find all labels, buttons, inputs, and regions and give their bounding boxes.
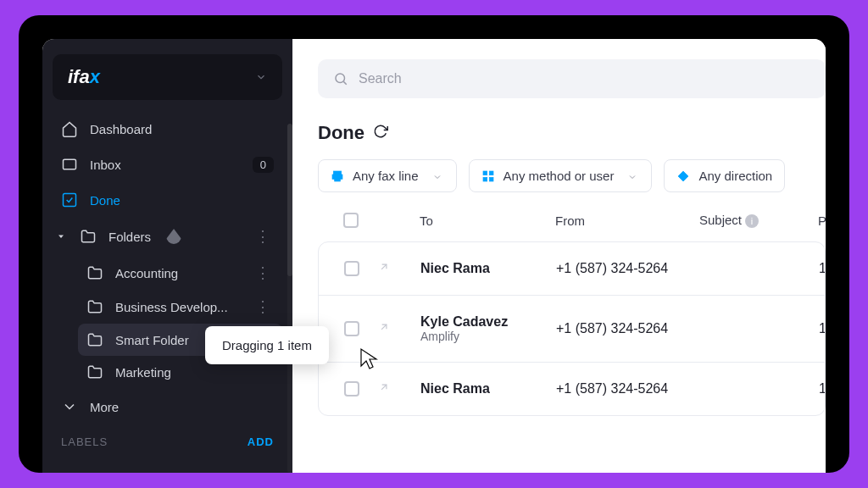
outbound-icon [378,321,420,336]
chevron-down-icon [627,170,639,182]
row-checkbox[interactable] [344,381,359,396]
folder-label: Marketing [115,365,171,380]
main-content: Search Done Any fax line Any method or u… [292,39,826,473]
select-all-checkbox[interactable] [343,213,359,228]
sidebar-item-label: Folders [108,230,151,244]
table-header: To From Subjecti Pages [318,213,826,241]
row-from: +1 (587) 324-5264 [556,381,700,396]
kebab-icon[interactable]: ⋮ [252,227,274,246]
table-row[interactable]: Niec Rama +1 (587) 324-5264 1 [319,362,825,415]
row-to-sub: Amplify [420,330,556,343]
home-icon [61,120,78,137]
sidebar-item-label: Done [90,193,120,208]
folder-label: Accounting [115,266,178,280]
refresh-button[interactable] [373,124,388,142]
svg-marker-2 [58,235,64,238]
col-pages: Pages [818,214,826,228]
check-icon [61,191,78,208]
table-row[interactable]: Niec Rama +1 (587) 324-5264 1 [319,242,825,295]
scrollbar[interactable] [287,124,292,473]
row-checkbox[interactable] [344,261,359,276]
svg-rect-5 [333,171,341,175]
svg-line-4 [343,81,346,84]
sidebar-item-label: More [90,400,119,414]
folder-icon [86,298,103,315]
filter-method[interactable]: Any method or user [469,159,653,192]
svg-line-15 [381,385,387,390]
row-checkbox[interactable] [344,321,359,336]
search-placeholder: Search [359,71,402,86]
sidebar-item-dashboard[interactable]: Dashboard [53,112,282,146]
sidebar-item-label: Inbox [90,158,121,172]
brand-logo: ifax [68,66,100,88]
search-input[interactable]: Search [318,59,826,98]
folder-label: Smart Folder [115,333,189,347]
row-to: Niec Rama [420,261,556,276]
col-from: From [555,214,699,228]
count-badge: 0 [253,157,274,173]
chevron-down-icon [432,170,444,182]
kebab-icon[interactable]: ⋮ [252,297,274,316]
filter-fax-line[interactable]: Any fax line [318,159,457,192]
drag-tooltip: Dragging 1 item [205,326,329,364]
row-pages: 1 [819,321,826,336]
filter-label: Any method or user [504,169,615,183]
folder-label: Business Develop... [115,300,228,314]
chevron-down-icon [255,71,267,83]
inbox-icon [61,156,78,173]
outbound-icon [378,261,420,276]
filter-label: Any direction [698,169,772,183]
labels-header: LABELS [61,435,108,448]
folder-item[interactable]: Accounting ⋮ [78,256,282,290]
page-title: Done [318,122,364,144]
svg-rect-8 [483,171,487,175]
cursor-icon [359,347,380,374]
row-pages: 1 [819,261,826,276]
info-icon: i [745,214,759,228]
col-subject: Subjecti [699,213,818,228]
folder-icon [86,331,103,348]
svg-rect-11 [489,177,493,181]
row-to: Kyle Cadavez [420,314,556,330]
sidebar: ifax Dashboard Inbox 0 Done Folders [42,39,292,473]
svg-rect-1 [64,194,76,207]
svg-marker-12 [678,171,688,181]
gdrive-icon [166,229,181,244]
table-row[interactable]: Kyle CadavezAmplify +1 (587) 324-5264 1 [319,295,825,362]
print-icon [331,169,344,183]
folder-icon [80,228,97,245]
svg-rect-0 [64,159,76,169]
svg-rect-7 [335,178,341,181]
col-to: To [420,214,555,228]
sidebar-item-more[interactable]: More [53,390,282,424]
row-pages: 1 [819,381,826,396]
workspace-switcher[interactable]: ifax [53,54,282,100]
folder-item[interactable]: Business Develop... ⋮ [78,290,282,324]
kebab-icon[interactable]: ⋮ [252,263,274,282]
grid-icon [481,169,495,183]
row-from: +1 (587) 324-5264 [556,261,700,276]
folder-icon [86,264,103,281]
row-from: +1 (587) 324-5264 [556,321,700,336]
search-icon [333,71,348,86]
chevron-down-icon [61,398,78,415]
sidebar-item-inbox[interactable]: Inbox 0 [53,147,282,181]
svg-point-3 [336,74,345,83]
svg-line-14 [381,324,387,330]
filter-direction[interactable]: Any direction [664,159,785,192]
row-to: Niec Rama [420,381,556,396]
sidebar-item-done[interactable]: Done [53,183,282,217]
svg-rect-10 [483,177,487,181]
filter-label: Any fax line [353,169,419,183]
caret-down-icon [56,230,66,244]
folder-icon [86,363,103,380]
svg-line-13 [381,264,387,269]
outbound-icon [378,381,420,396]
add-label-button[interactable]: ADD [248,435,274,448]
sidebar-item-folders[interactable]: Folders ⋮ [53,219,282,254]
svg-rect-9 [489,171,493,175]
diamond-icon [676,169,690,183]
sidebar-item-label: Dashboard [90,122,152,136]
